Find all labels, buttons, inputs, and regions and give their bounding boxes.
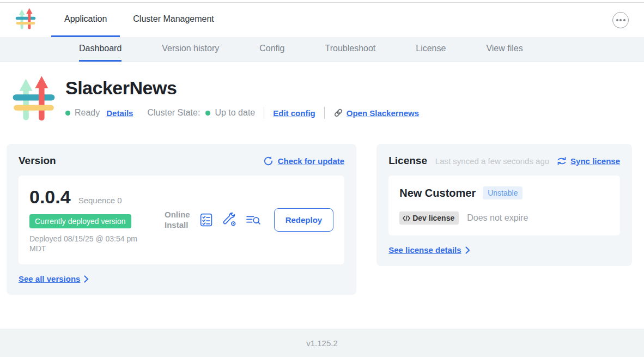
- install-type-label: Online Install: [165, 210, 190, 231]
- license-type-badge: Dev license: [399, 211, 459, 225]
- deployed-timestamp: Deployed 08/15/25 @ 03:54 pm MDT: [29, 234, 152, 253]
- hash-arrows-logo: [12, 75, 56, 123]
- license-card: License Last synced a few seconds ago Sy…: [376, 144, 632, 266]
- see-license-details-label: See license details: [388, 245, 461, 255]
- tab-application[interactable]: Application: [51, 3, 120, 37]
- license-expiry: Does not expire: [467, 213, 528, 223]
- more-options-button[interactable]: [612, 12, 629, 28]
- sync-arrows-icon: [557, 156, 567, 166]
- app-logo-small: [15, 8, 36, 33]
- customer-name: New Customer: [399, 187, 476, 199]
- version-card-title: Version: [19, 155, 56, 167]
- code-icon: [403, 215, 410, 221]
- open-app-link-label: Open Slackernews: [347, 108, 419, 118]
- see-all-versions-label: See all versions: [19, 274, 80, 283]
- tab-application-label: Application: [64, 14, 107, 24]
- app-subnav: Dashboard Version history Config Trouble…: [0, 37, 644, 62]
- divider: [324, 107, 325, 119]
- check-for-update-link[interactable]: Check for update: [263, 156, 345, 166]
- see-license-details-link[interactable]: See license details: [388, 245, 470, 255]
- app-status-text: Ready: [75, 108, 100, 118]
- details-link[interactable]: Details: [106, 108, 133, 118]
- deployed-status-badge: Currently deployed version: [29, 214, 131, 228]
- tab-version-history[interactable]: Version history: [162, 37, 219, 62]
- tab-cluster-management[interactable]: Cluster Management: [120, 3, 227, 37]
- edit-config-link[interactable]: Edit config: [273, 108, 315, 118]
- cluster-state-label: Cluster State:: [147, 108, 200, 118]
- divider: [264, 107, 264, 119]
- check-for-update-label: Check for update: [278, 156, 345, 166]
- redeploy-button[interactable]: Redeploy: [274, 208, 334, 232]
- app-status-dot: [65, 111, 70, 116]
- app-logo-large: [12, 75, 56, 125]
- version-card: Version Check for update 0.0.4 Sequence …: [7, 144, 356, 295]
- chevron-right-icon: [84, 275, 89, 283]
- primary-tabs: Application Cluster Management: [51, 3, 227, 37]
- dashboard-cards: Version Check for update 0.0.4 Sequence …: [0, 125, 644, 295]
- ellipsis-menu-icon: [616, 19, 618, 21]
- console-version: v1.125.2: [306, 338, 338, 348]
- cluster-state-dot: [205, 111, 210, 116]
- refresh-icon: [263, 156, 274, 166]
- wrench-gear-icon[interactable]: [222, 213, 237, 227]
- chain-link-icon: [333, 108, 343, 118]
- main-content: SlackerNews Ready Details Cluster State:…: [0, 62, 644, 329]
- version-sequence: Sequence 0: [78, 196, 122, 205]
- tab-config[interactable]: Config: [259, 37, 284, 62]
- license-last-synced: Last synced a few seconds ago: [435, 156, 549, 166]
- open-app-link[interactable]: Open Slackernews: [333, 108, 419, 118]
- version-number: 0.0.4: [29, 186, 71, 208]
- footer: v1.125.2: [0, 329, 644, 357]
- license-type-label: Dev license: [412, 214, 454, 222]
- current-version-panel: 0.0.4 Sequence 0 Currently deployed vers…: [19, 176, 344, 264]
- logs-search-icon[interactable]: [246, 213, 261, 227]
- tab-license[interactable]: License: [416, 37, 446, 62]
- hash-arrows-logo: [15, 8, 36, 31]
- license-card-title: License: [388, 155, 427, 167]
- tab-dashboard[interactable]: Dashboard: [79, 37, 121, 62]
- sync-license-label: Sync license: [570, 156, 620, 166]
- app-status-row: Ready Details Cluster State: Up to date …: [65, 107, 419, 119]
- tab-view-files[interactable]: View files: [486, 37, 523, 62]
- app-header: SlackerNews Ready Details Cluster State:…: [0, 75, 644, 125]
- page-title: SlackerNews: [65, 77, 419, 99]
- tab-troubleshoot[interactable]: Troubleshoot: [325, 37, 375, 62]
- license-details-panel: New Customer Unstable Dev license Does n…: [388, 176, 620, 235]
- sync-license-link[interactable]: Sync license: [557, 156, 620, 166]
- checklist-icon[interactable]: [199, 213, 214, 227]
- tab-cluster-management-label: Cluster Management: [133, 14, 214, 24]
- cluster-state-value: Up to date: [215, 108, 255, 118]
- primary-header: Application Cluster Management: [0, 3, 644, 37]
- chevron-right-icon: [465, 246, 470, 254]
- channel-badge: Unstable: [483, 186, 523, 199]
- see-all-versions-link[interactable]: See all versions: [19, 274, 89, 283]
